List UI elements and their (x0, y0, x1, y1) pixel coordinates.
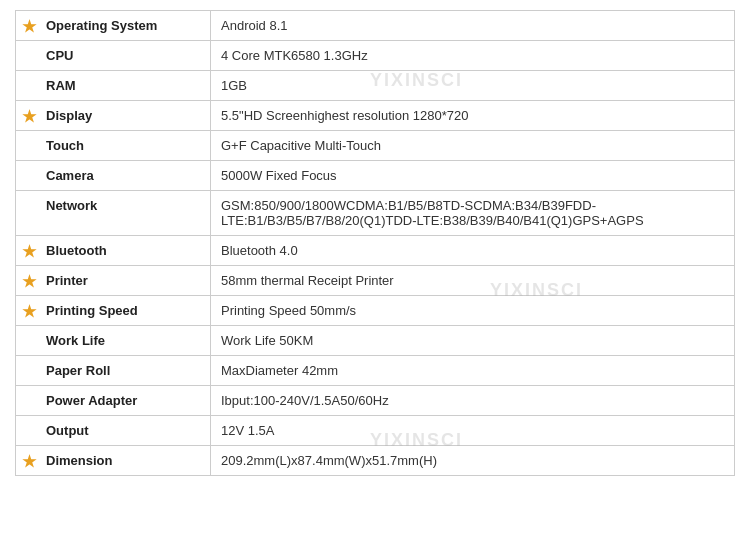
spec-label-printing-speed: ★Printing Speed (16, 296, 211, 326)
star-icon: ★ (22, 301, 36, 320)
spec-label-work-life: Work Life (16, 326, 211, 356)
spec-table: ★Operating SystemAndroid 8.1CPU4 Core MT… (15, 10, 735, 476)
spec-label-camera: Camera (16, 161, 211, 191)
spec-value-ram: 1GB (211, 71, 735, 101)
spec-value-printing-speed: Printing Speed 50mm/s (211, 296, 735, 326)
star-icon: ★ (22, 16, 36, 35)
spec-value-cpu: 4 Core MTK6580 1.3GHz (211, 41, 735, 71)
spec-value-camera: 5000W Fixed Focus (211, 161, 735, 191)
spec-value-printer: 58mm thermal Receipt Printer (211, 266, 735, 296)
star-icon: ★ (22, 106, 36, 125)
spec-value-paper-roll: MaxDiameter 42mm (211, 356, 735, 386)
spec-label-printer: ★Printer (16, 266, 211, 296)
spec-label-output: Output (16, 416, 211, 446)
spec-value-dimension: 209.2mm(L)x87.4mm(W)x51.7mm(H) (211, 446, 735, 476)
spec-value-bluetooth: Bluetooth 4.0 (211, 236, 735, 266)
spec-value-network: GSM:850/900/1800WCDMA:B1/B5/B8TD-SCDMA:B… (211, 191, 735, 236)
star-icon: ★ (22, 271, 36, 290)
spec-value-output: 12V 1.5A (211, 416, 735, 446)
spec-label-display: ★Display (16, 101, 211, 131)
star-icon: ★ (22, 241, 36, 260)
spec-value-work-life: Work Life 50KM (211, 326, 735, 356)
spec-label-touch: Touch (16, 131, 211, 161)
spec-label-cpu: CPU (16, 41, 211, 71)
star-icon: ★ (22, 451, 36, 470)
spec-label-ram: RAM (16, 71, 211, 101)
spec-label-operating-system: ★Operating System (16, 11, 211, 41)
spec-value-display: 5.5"HD Screenhighest resolution 1280*720 (211, 101, 735, 131)
spec-label-power-adapter: Power Adapter (16, 386, 211, 416)
spec-value-touch: G+F Capacitive Multi-Touch (211, 131, 735, 161)
spec-value-operating-system: Android 8.1 (211, 11, 735, 41)
spec-value-power-adapter: Ibput:100-240V/1.5A50/60Hz (211, 386, 735, 416)
spec-label-network: Network (16, 191, 211, 236)
spec-label-paper-roll: Paper Roll (16, 356, 211, 386)
spec-label-bluetooth: ★Bluetooth (16, 236, 211, 266)
spec-label-dimension: ★Dimension (16, 446, 211, 476)
spec-table-container: ★Operating SystemAndroid 8.1CPU4 Core MT… (0, 0, 750, 486)
